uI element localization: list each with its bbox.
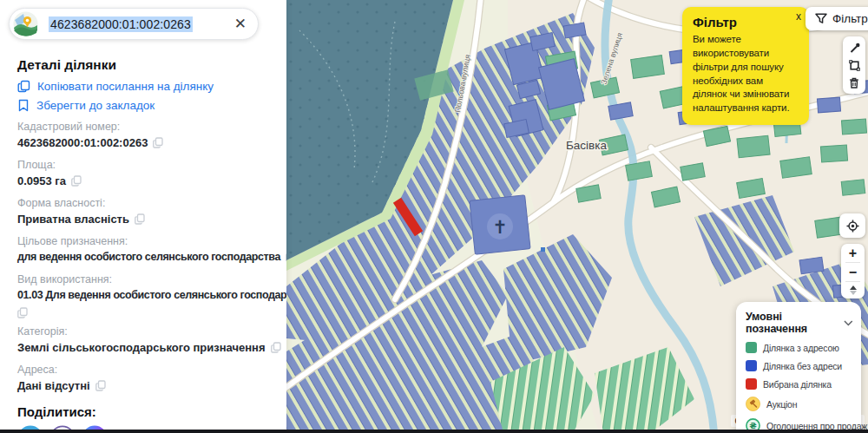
filter-tooltip-title: Фільтр xyxy=(693,15,799,30)
copy-value-icon[interactable] xyxy=(271,342,281,353)
search-input[interactable]: 4623682000:01:002:0263 xyxy=(49,16,193,32)
copy-value-icon[interactable] xyxy=(286,251,286,262)
filter-button[interactable]: Фільтр xyxy=(806,7,868,30)
zoom-out-button[interactable]: − xyxy=(841,263,865,281)
bookmark-icon xyxy=(17,99,30,112)
field-purpose: Цільове призначення: для ведення особист… xyxy=(17,235,269,265)
details-sidebar: 4623682000:01:002:0263 ✕ Деталі ділянки … xyxy=(0,0,286,433)
field-cadastral-number: Кадастровий номер: 4623682000:01:002:026… xyxy=(17,121,269,150)
blue-swatch xyxy=(746,360,757,371)
rectangle-icon xyxy=(849,60,860,71)
legend-title: Умовні позначення xyxy=(746,311,844,335)
bookmark-button[interactable]: Зберегти до закладок xyxy=(17,99,269,112)
field-category: Категорія: Землі сільськогосподарського … xyxy=(17,325,269,355)
small-marker xyxy=(541,247,545,252)
legend-panel: Умовні позначення Ділянка з адресою Діля… xyxy=(736,302,861,433)
field-ownership: Форма власності: Приватна власність xyxy=(17,197,269,226)
filter-button-label: Фільтр xyxy=(832,12,868,25)
tooltip-close-icon[interactable]: x xyxy=(796,11,801,22)
trash-icon xyxy=(849,77,859,89)
measure-tool-button[interactable] xyxy=(843,39,865,56)
measure-icon xyxy=(849,43,860,54)
copy-value-icon[interactable] xyxy=(71,175,82,187)
locate-icon xyxy=(846,220,859,233)
field-area: Площа: 0.0953 га xyxy=(17,159,269,188)
search-bar[interactable]: 4623682000:01:002:0263 ✕ xyxy=(9,8,259,40)
bottom-window-edge xyxy=(0,430,868,433)
filter-tooltip-body: Ви можете використовувати фільтри для по… xyxy=(693,33,799,115)
panel-title: Деталі ділянки xyxy=(17,57,269,73)
app-logo-icon xyxy=(13,11,38,36)
map-toolbar xyxy=(843,36,865,94)
copy-value-icon[interactable] xyxy=(95,380,106,391)
draw-rect-tool-button[interactable] xyxy=(843,56,865,74)
church-marker: ✝ xyxy=(492,217,508,237)
green-swatch xyxy=(746,342,757,353)
locate-button[interactable] xyxy=(839,213,865,238)
copy-value-icon[interactable] xyxy=(17,307,28,318)
chevron-down-icon xyxy=(844,320,853,326)
copy-value-icon[interactable] xyxy=(153,137,163,148)
delete-tool-button[interactable] xyxy=(843,74,865,91)
red-swatch xyxy=(746,378,757,390)
share-title: Поділитися: xyxy=(17,404,269,419)
zoom-in-button[interactable]: + xyxy=(841,244,865,262)
triangle-up-icon xyxy=(850,285,857,290)
legend-item-no-address: Ділянка без адреси xyxy=(746,360,853,371)
field-usage-type: Вид використання: 01.03 Для ведення особ… xyxy=(17,273,269,317)
map-container: ✝ Басівка Зелена вулиця Польова вулиця Ф… xyxy=(286,0,868,433)
zoom-controls: + − xyxy=(841,244,865,299)
field-address: Адреса: Дані відсутні xyxy=(17,364,269,393)
legend-header[interactable]: Умовні позначення xyxy=(746,311,853,335)
copy-icon xyxy=(17,80,30,93)
bookmark-label: Зберегти до закладок xyxy=(36,99,155,112)
church-parcel: ✝ xyxy=(470,195,530,254)
place-label: Басівка xyxy=(566,139,607,152)
clear-search-icon[interactable]: ✕ xyxy=(234,16,247,31)
legend-item-selected: Вибрана ділянка xyxy=(746,378,853,390)
triangle-down-icon xyxy=(850,291,857,295)
copy-link-button[interactable]: Копіювати посилання на ділянку xyxy=(17,80,269,93)
funnel-icon xyxy=(815,13,827,24)
copy-link-label: Копіювати посилання на ділянку xyxy=(37,80,214,93)
auction-gavel-icon xyxy=(746,397,760,411)
legend-item-address: Ділянка з адресою xyxy=(746,342,853,353)
legend-item-auction: Аукціон xyxy=(746,397,853,411)
filter-tooltip: Фільтр Ви можете використовувати фільтри… xyxy=(682,7,809,125)
tilt-control[interactable] xyxy=(850,282,857,299)
copy-value-icon[interactable] xyxy=(135,213,145,225)
